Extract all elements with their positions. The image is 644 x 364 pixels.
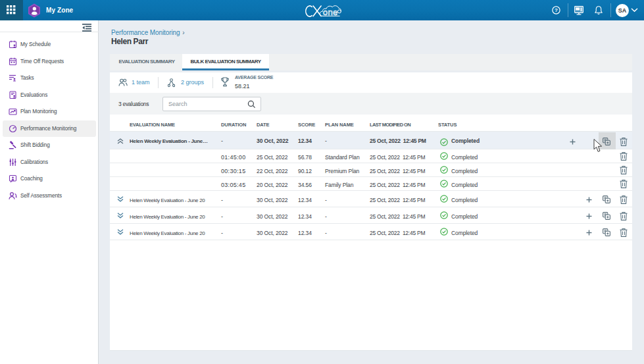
svg-text:one: one — [323, 7, 338, 17]
svg-text:?: ? — [555, 7, 558, 13]
